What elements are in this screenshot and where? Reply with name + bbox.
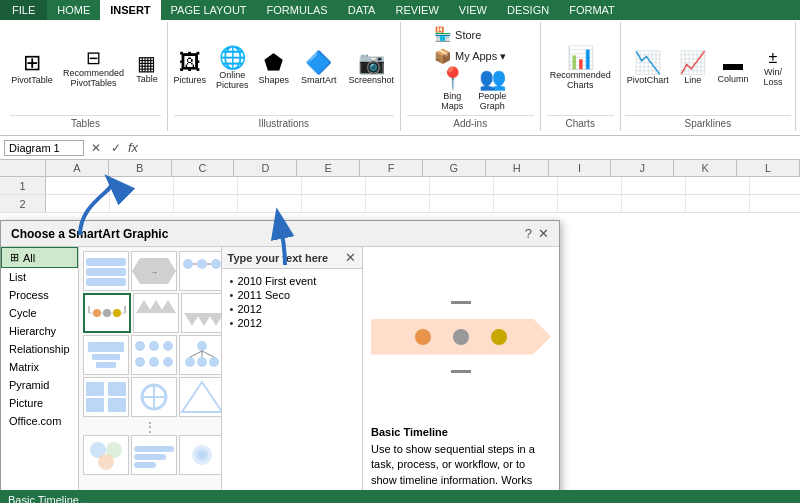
grid-item-1[interactable] [83,251,129,291]
tab-insert[interactable]: INSERT [100,0,160,20]
category-list[interactable]: List [1,268,78,286]
grid-item-9[interactable] [179,335,222,375]
cell-k2[interactable] [686,195,750,213]
tab-data[interactable]: DATA [338,0,386,20]
grid-item-14[interactable] [131,435,177,475]
pivot-chart-btn[interactable]: 📉 PivotChart [625,50,671,87]
cell-b1[interactable] [110,177,174,195]
cell-d2[interactable] [238,195,302,213]
category-cycle[interactable]: Cycle [1,304,78,322]
col-header-e[interactable]: E [297,160,360,176]
cell-e1[interactable] [302,177,366,195]
cell-h2[interactable] [494,195,558,213]
col-header-h[interactable]: H [486,160,549,176]
cell-a2[interactable] [46,195,110,213]
cell-f1[interactable] [366,177,430,195]
illustrations-group-label: Illustrations [174,115,394,129]
col-header-l[interactable]: L [737,160,800,176]
tab-formulas[interactable]: FORMULAS [257,0,338,20]
column-chart-btn[interactable]: ▬ Column [715,51,751,86]
tab-file[interactable]: FILE [0,0,47,20]
col-header-c[interactable]: C [172,160,235,176]
dialog-close-btn[interactable]: ✕ [538,226,549,241]
tab-design[interactable]: DESIGN [497,0,559,20]
text-panel-content: • 2010 First event • 2011 Seco • 2012 • … [222,269,362,503]
people-graph-btn[interactable]: 👥 PeopleGraph [474,66,510,113]
col-headers: A B C D E F G H I J K L [0,160,800,177]
col-header-f[interactable]: F [360,160,423,176]
cell-c1[interactable] [174,177,238,195]
table-btn[interactable]: ▦ Table [130,51,164,86]
col-header-i[interactable]: I [549,160,612,176]
cell-a1[interactable] [46,177,110,195]
online-pictures-btn[interactable]: 🌐 OnlinePictures [212,45,253,92]
col-header-d[interactable]: D [234,160,297,176]
svg-marker-18 [160,300,176,313]
shapes-btn[interactable]: ⬟ Shapes [255,50,294,87]
cell-g2[interactable] [430,195,494,213]
tab-page-layout[interactable]: PAGE LAYOUT [161,0,257,20]
grid-item-selected[interactable] [83,293,131,333]
dialog-help-btn[interactable]: ? [525,226,532,241]
bing-maps-btn[interactable]: 📍 BingMaps [434,66,470,113]
addins-side: 📍 BingMaps 👥 PeopleGraph [434,66,510,113]
grid-item-6[interactable] [181,293,222,333]
tab-format[interactable]: FORMAT [559,0,625,20]
col-header-g[interactable]: G [423,160,486,176]
cell-d1[interactable] [238,177,302,195]
col-header-b[interactable]: B [109,160,172,176]
cell-k1[interactable] [686,177,750,195]
grid-item-3[interactable] [179,251,222,291]
category-hierarchy[interactable]: Hierarchy [1,322,78,340]
grid-item-10[interactable] [83,377,129,417]
confirm-formula-btn[interactable]: ✓ [108,141,124,155]
my-apps-btn[interactable]: 📦 My Apps ▾ [430,46,510,66]
cell-b2[interactable] [110,195,174,213]
pictures-btn[interactable]: 🖼 Pictures [170,50,211,87]
line-chart-btn[interactable]: 📈 Line [675,50,711,87]
grid-item-2[interactable]: → [131,251,177,291]
category-office[interactable]: Office.com [1,412,78,430]
category-pyramid[interactable]: Pyramid [1,376,78,394]
tables-group-label: Tables [10,115,161,129]
screenshot-btn[interactable]: 📷 Screenshot [345,50,399,87]
col-header-j[interactable]: J [611,160,674,176]
win-loss-btn[interactable]: ± Win/Loss [755,48,791,89]
store-btn[interactable]: 🏪 Store [430,24,485,44]
category-process[interactable]: Process [1,286,78,304]
tab-home[interactable]: HOME [47,0,100,20]
svg-marker-45 [182,382,222,412]
recommended-charts-btn[interactable]: 📊 RecommendedCharts [546,45,615,92]
category-matrix[interactable]: Matrix [1,358,78,376]
cell-c2[interactable] [174,195,238,213]
recommended-pivottables-btn[interactable]: ⊟ RecommendedPivotTables [59,47,128,90]
screenshot-label: Screenshot [349,75,395,85]
cell-h1[interactable] [494,177,558,195]
cell-j1[interactable] [622,177,686,195]
cell-j2[interactable] [622,195,686,213]
grid-item-7[interactable] [83,335,129,375]
grid-item-11[interactable] [131,377,177,417]
grid-item-5[interactable] [133,293,179,333]
grid-item-15[interactable] [179,435,222,475]
col-header-a[interactable]: A [46,160,109,176]
grid-item-12[interactable] [179,377,222,417]
col-header-k[interactable]: K [674,160,737,176]
tab-view[interactable]: VIEW [449,0,497,20]
grid-item-8[interactable] [131,335,177,375]
pivot-table-btn[interactable]: ⊞ PivotTable [7,50,57,87]
name-box[interactable] [4,140,84,156]
category-relationship[interactable]: Relationship [1,340,78,358]
category-picture[interactable]: Picture [1,394,78,412]
text-panel-close-btn[interactable]: ✕ [345,250,356,265]
cell-f2[interactable] [366,195,430,213]
category-all[interactable]: ⊞ All [1,247,78,268]
cell-i1[interactable] [558,177,622,195]
tab-review[interactable]: REVIEW [385,0,448,20]
cell-e2[interactable] [302,195,366,213]
cancel-formula-btn[interactable]: ✕ [88,141,104,155]
cell-i2[interactable] [558,195,622,213]
smartart-btn[interactable]: 🔷 SmartArt [295,48,343,89]
grid-item-13[interactable] [83,435,129,475]
cell-g1[interactable] [430,177,494,195]
